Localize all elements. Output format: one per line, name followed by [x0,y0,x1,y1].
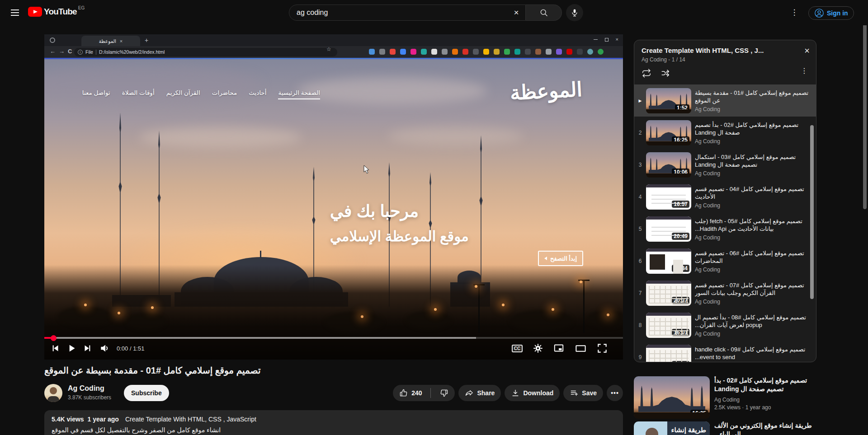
tab-close-icon: × [120,38,123,44]
playlist-item-title: تصميم موقع إسلامي كامل #07 - تصميم قسم ا… [695,281,809,297]
previous-icon [49,342,61,354]
guide-menu-button[interactable] [10,8,20,18]
playlist-item[interactable]: ▶ 1:52 تصميم موقع إسلامي كامل #01 - مقدم… [634,84,816,117]
duration-badge: 10:06 [672,168,689,176]
playlist-item-title: تصميم موقع إسلامي كامل #05 - fetch (جلب … [695,217,809,233]
item-index: 2 [634,130,646,136]
related-thumbnail: 16:25 [634,376,710,419]
download-label: Download [523,389,553,397]
item-index: 7 [634,290,646,296]
playlist-item-title: تصميم موقع إسلامي كامل #09 - handle clic… [695,346,809,361]
duration-badge: 16:25 [690,410,708,417]
playlist-item-channel: Ag Coding [695,170,809,177]
browser-tab-title: الموعظة [99,38,116,44]
video-player[interactable]: الموعظة× + × ← → C i File D:/islamic%20w… [44,34,623,360]
description-box[interactable]: 5.4K views 1 year ago Create Template Wi… [44,410,623,435]
forward-icon: → [59,48,65,55]
playlist-scrollbar[interactable] [810,125,814,299]
url-bar: i File D:/islamic%20web/2/index.html [74,48,337,56]
site-nav-hadith: أحاديث [249,89,266,99]
miniplayer-icon [553,342,565,354]
playlist-item-channel: Ag Coding [695,299,809,305]
playlist-item-title: تصميم موقع إسلامي كامل #04 - تصميم قسم ا… [695,185,809,201]
like-button[interactable]: 240 [393,385,427,401]
view-count: 5.4K views [52,416,84,423]
share-button[interactable]: Share [458,385,501,401]
subtitles-button[interactable]: CC [509,340,525,357]
description-meta: 5.4K views 1 year ago Create Template Wi… [52,416,616,423]
shuffle-icon[interactable] [660,68,670,78]
playlist-item[interactable]: 3 10:06 تصميم موقع إسلامي كامل #03 - است… [634,149,816,181]
playlist-add-icon [570,388,579,398]
volume-button[interactable] [97,340,113,357]
window-controls: × [594,37,618,42]
browser-tab: الموعظة× [81,36,140,46]
download-button[interactable]: Download [505,385,560,401]
playlist-more-icon[interactable]: ⋮ [801,66,808,75]
related-channel: Ag Coding [714,397,816,403]
sign-in-button[interactable]: Sign in [808,6,854,20]
playlist-item[interactable]: 5 20:49 تصميم موقع إسلامي كامل #05 - fet… [634,213,816,245]
playlist-item-channel: Ag Coding [695,234,809,241]
playlist-item-channel: Ag Coding [695,138,809,145]
site-nav-lectures: محاضرات [212,89,237,99]
playlist-close-icon[interactable]: × [804,46,810,56]
play-button[interactable] [63,340,80,357]
playlist-item[interactable]: 9 14:06 تصميم موقع إسلامي كامل #09 - han… [634,341,816,362]
dislike-button[interactable] [434,385,455,401]
now-playing-icon: ▶ [634,98,646,103]
playlist-item[interactable]: 6 26:34 تصميم موقع إسلامي كامل #06 - تصم… [634,245,816,277]
related-video[interactable]: 16:25 تصميم موقع إسلامي كامل #02 - بدأ ت… [634,376,816,419]
fullscreen-icon [596,342,608,354]
voice-search-button[interactable] [566,4,583,21]
duration-badge: 16:57 [672,201,689,208]
duration-badge: 14:06 [672,361,689,363]
maximize-icon [605,38,609,42]
playlist-item-channel: Ag Coding [695,267,809,273]
more-actions-button[interactable]: ••• [607,385,623,401]
playlist-item-title: تصميم موقع إسلامي كامل #01 - مقدمة بسيطة… [695,89,809,104]
fullscreen-button[interactable] [594,340,610,357]
next-button[interactable] [80,340,96,357]
page-scrollbar[interactable] [863,0,867,435]
video-browser-addressbar: ← → C i File D:/islamic%20web/2/index.ht… [44,46,623,58]
save-button[interactable]: Save [563,385,603,401]
playlist-item[interactable]: 8 16:01 تصميم موقع إسلامي كامل #08 - بدأ… [634,309,816,341]
extensions-row [369,49,604,55]
playlist-item[interactable]: 7 20:37 تصميم موقع إسلامي كامل #07 - تصم… [634,277,816,309]
masthead-more-icon[interactable]: ⋮ [789,7,800,18]
youtube-wordmark: YouTube [44,7,77,17]
miniplayer-button[interactable] [551,340,567,357]
playlist-item-title: تصميم موقع إسلامي كامل #02 - بدأ تصميم ص… [695,121,809,136]
theater-mode-button[interactable] [572,340,589,357]
scrollbar-thumb[interactable] [863,1,867,209]
reload-icon: C [68,48,72,55]
related-video[interactable]: طريقة إنشاء طريقة إنشاء موقع إلكتروني من… [634,421,816,435]
playlist-item[interactable]: 4 16:57 تصميم موقع إسلامي كامل #04 - تصم… [634,181,816,213]
search-input[interactable] [297,9,511,17]
previous-button[interactable] [47,340,63,357]
video-site-logo: الموعظة [509,77,596,104]
loop-icon[interactable] [642,68,651,78]
gear-icon [533,343,543,354]
playlist-header: Create Template With HTML, CSS , J... × … [634,40,816,82]
hero-line1: مرحبا بك في [330,201,583,221]
playlist-item-title: تصميم موقع إسلامي كامل #06 - تصميم قسم ا… [695,249,809,265]
item-index: 8 [634,322,646,328]
playlist-thumbnail: 20:37 [646,281,691,306]
thumbs-up-icon [399,388,408,398]
duration-badge: 1:52 [675,104,689,112]
progress-bar[interactable] [44,337,623,339]
playlist-item-title: تصميم موقع إسلامي كامل #08 - بدأ تصميم ا… [695,313,809,329]
youtube-logo[interactable]: YouTube EG [28,7,85,17]
duration-badge: 26:34 [672,265,689,272]
playlist-thumbnail: 10:06 [646,152,691,178]
search-clear-icon[interactable]: × [511,7,522,18]
search-button[interactable] [526,5,562,21]
playlist-item[interactable]: 2 16:25 تصميم موقع إسلامي كامل #02 - بدأ… [634,117,816,149]
search-box: × [289,5,526,21]
playlist-item-channel: Ag Coding [695,202,809,209]
site-nav-quran: القرآن الكريم [166,89,200,99]
playlist-thumbnail: 20:49 [646,216,691,242]
settings-button[interactable] [530,340,546,357]
